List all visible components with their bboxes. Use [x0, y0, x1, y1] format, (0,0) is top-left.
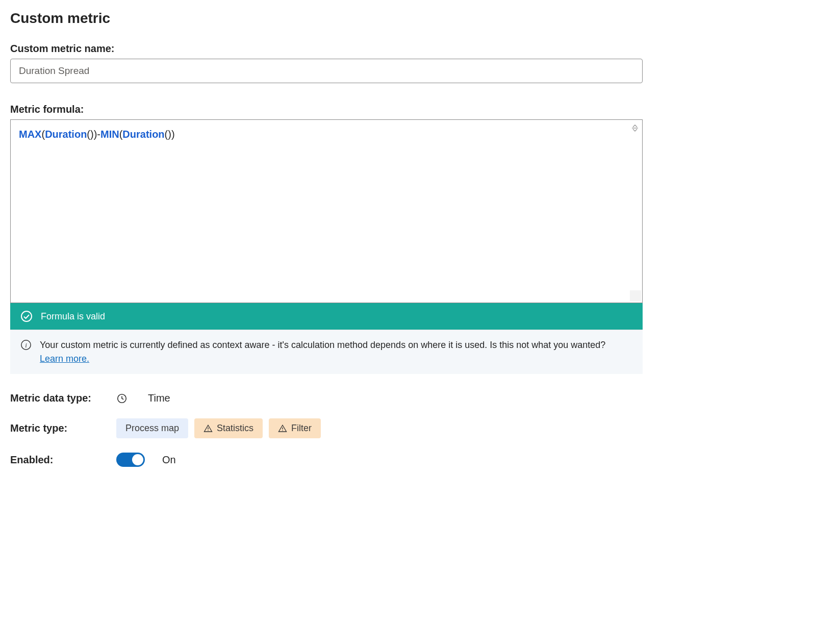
- scroll-corner: [630, 290, 641, 302]
- chip-label: Process map: [125, 423, 179, 434]
- svg-text:i: i: [25, 342, 27, 349]
- page-title: Custom metric: [10, 10, 830, 27]
- enabled-toggle[interactable]: [116, 453, 145, 467]
- data-type-value: Time: [148, 392, 170, 404]
- formula-token-field: Duration: [45, 129, 87, 140]
- formula-token-punct: -: [97, 129, 100, 140]
- formula-label: Metric formula:: [10, 104, 830, 115]
- formula-token-func: MIN: [100, 129, 119, 140]
- metric-type-chip[interactable]: Process map: [116, 418, 188, 438]
- toggle-knob: [132, 454, 143, 465]
- svg-point-8: [282, 430, 283, 431]
- enabled-label: Enabled:: [10, 454, 106, 466]
- formula-token-func: MAX: [19, 129, 41, 140]
- validation-bar: Formula is valid: [10, 303, 643, 330]
- warning-icon: [278, 424, 287, 433]
- validation-message: Formula is valid: [41, 311, 105, 322]
- formula-token-field: Duration: [122, 129, 164, 140]
- warning-icon: [203, 424, 213, 433]
- formula-editor[interactable]: MAX(Duration())-MIN(Duration()): [10, 119, 643, 303]
- formula-content[interactable]: MAX(Duration())-MIN(Duration()): [19, 127, 634, 141]
- svg-point-1: [21, 311, 32, 321]
- enabled-state-label: On: [162, 454, 176, 466]
- metric-name-input[interactable]: [10, 59, 643, 83]
- info-icon: i: [20, 339, 32, 351]
- check-circle-icon: [20, 310, 33, 322]
- resize-handle-icon[interactable]: [631, 124, 639, 132]
- metric-type-chips: Process mapStatisticsFilter: [116, 418, 321, 438]
- metric-name-label: Custom metric name:: [10, 43, 830, 55]
- metric-type-chip[interactable]: Filter: [269, 418, 321, 438]
- svg-point-6: [208, 430, 209, 431]
- chip-label: Statistics: [217, 423, 253, 434]
- info-bar: i Your custom metric is currently define…: [10, 330, 643, 374]
- metric-type-chip[interactable]: Statistics: [194, 418, 263, 438]
- info-message: Your custom metric is currently defined …: [40, 340, 605, 350]
- formula-token-punct: ()): [87, 129, 97, 140]
- formula-token-punct: ()): [165, 129, 175, 140]
- metric-type-label: Metric type:: [10, 422, 106, 434]
- data-type-label: Metric data type:: [10, 392, 106, 404]
- chip-label: Filter: [291, 423, 312, 434]
- clock-icon: [116, 393, 128, 404]
- learn-more-link[interactable]: Learn more.: [40, 354, 89, 364]
